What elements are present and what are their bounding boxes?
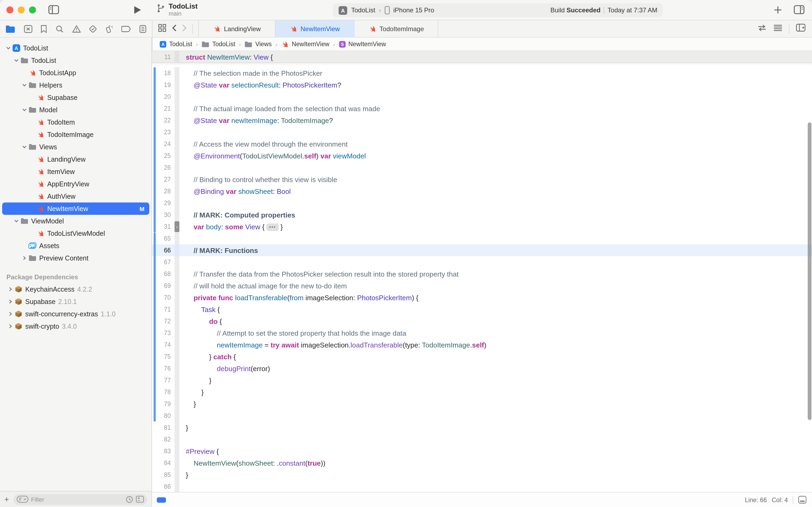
toggle-bottom-bar-icon[interactable] <box>798 496 807 504</box>
reports-navigator-tab[interactable] <box>139 24 147 33</box>
code-line-81[interactable]: 81} <box>152 421 812 434</box>
issues-navigator-tab[interactable] <box>72 24 81 33</box>
sidebar-item-helpers[interactable]: Helpers <box>2 79 149 91</box>
code-line-27[interactable]: 27 // Binding to control whether this vi… <box>152 173 812 185</box>
sidebar-item-views[interactable]: Views <box>2 141 149 153</box>
code-line-24[interactable]: 24 // Access the view model through the … <box>152 138 812 150</box>
minimize-button[interactable] <box>18 6 25 13</box>
editor-tab-todoitemimage[interactable]: TodoItemImage <box>354 20 438 37</box>
fold-ribbon[interactable] <box>175 303 179 315</box>
breakpoints-navigator-tab[interactable] <box>122 25 131 33</box>
bookmarks-navigator-tab[interactable] <box>41 24 48 33</box>
line-number[interactable]: 83 <box>152 448 175 454</box>
instruments-navigator-tab[interactable] <box>105 24 114 33</box>
code-line-65[interactable]: 65 <box>152 233 812 244</box>
adjust-editor-options-button[interactable] <box>773 24 782 34</box>
fold-ribbon[interactable] <box>175 374 179 386</box>
code-line-23[interactable]: 23 <box>152 126 812 138</box>
fold-marker-icon[interactable]: › <box>175 221 179 232</box>
sidebar-item-todoitem[interactable]: TodoItem <box>2 116 149 128</box>
fold-ribbon[interactable] <box>175 79 179 91</box>
code-line-28[interactable]: 28 @Binding var showSheet: Bool <box>152 185 812 197</box>
code-line-68[interactable]: 68 // Transfer the data from the PhotosP… <box>152 268 812 280</box>
run-button[interactable] <box>133 5 142 14</box>
fold-ribbon[interactable] <box>175 67 179 79</box>
fold-ribbon[interactable] <box>175 434 179 445</box>
fold-ribbon[interactable] <box>175 162 179 173</box>
breadcrumb-item-3[interactable]: NewItemView <box>281 40 329 48</box>
line-number[interactable]: 81 <box>152 424 175 431</box>
package-item-swift-crypto[interactable]: swift-crypto3.4.0 <box>2 320 149 332</box>
line-number[interactable]: 86 <box>152 484 175 490</box>
fold-ribbon[interactable] <box>175 138 179 150</box>
code-line-67[interactable]: 67 <box>152 256 812 268</box>
code-line-21[interactable]: 21 // The actual image loaded from the s… <box>152 103 812 114</box>
close-button[interactable] <box>6 6 13 13</box>
fold-ribbon[interactable] <box>175 197 179 209</box>
code-line-30[interactable]: 30 // MARK: Computed properties <box>152 209 812 221</box>
sidebar-item-model[interactable]: Model <box>2 104 149 116</box>
fold-ribbon[interactable] <box>175 398 179 410</box>
fold-ribbon[interactable] <box>175 173 179 185</box>
fold-ribbon[interactable] <box>175 233 179 244</box>
code-line-79[interactable]: 79 } <box>152 398 812 410</box>
fold-ribbon[interactable] <box>175 268 179 280</box>
source-control-navigator-tab[interactable] <box>23 24 33 33</box>
chevron-right-icon[interactable] <box>20 256 28 261</box>
code-line-18[interactable]: 18 // The selection made in the PhotosPi… <box>152 67 812 79</box>
sidebar-item-appentryview[interactable]: AppEntryView <box>2 178 149 190</box>
fold-ribbon[interactable] <box>175 126 179 138</box>
chevron-right-icon[interactable] <box>6 312 14 316</box>
folded-code-ellipsis[interactable]: ••• <box>267 223 279 231</box>
zoom-button[interactable] <box>29 6 36 13</box>
fold-ribbon[interactable] <box>175 469 179 481</box>
sidebar-item-supabase[interactable]: Supabase <box>2 91 149 104</box>
sidebar-item-todolistviewmodel[interactable]: TodoListViewModel <box>2 227 149 239</box>
chevron-down-icon[interactable] <box>12 58 20 63</box>
code-line-85[interactable]: 85} <box>152 469 812 481</box>
code-line-75[interactable]: 75 } catch { <box>152 351 812 362</box>
sidebar-item-assets[interactable]: Assets <box>2 239 149 252</box>
fold-ribbon[interactable] <box>175 410 179 421</box>
find-navigator-tab[interactable] <box>55 24 64 33</box>
code-line-86[interactable]: 86 <box>152 481 812 492</box>
fold-ribbon[interactable] <box>175 327 179 339</box>
fold-ribbon[interactable] <box>175 292 179 303</box>
fold-ribbon[interactable]: › <box>175 221 179 233</box>
code-line-74[interactable]: 74 newItemImage = try await imageSelecti… <box>152 339 812 351</box>
chevron-down-icon[interactable] <box>20 83 28 88</box>
code-line-26[interactable]: 26 <box>152 162 812 173</box>
breakpoint-indicator[interactable] <box>157 497 166 502</box>
sidebar-item-itemview[interactable]: ItemView <box>2 165 149 178</box>
line-number[interactable]: 82 <box>152 436 175 443</box>
code-line-80[interactable]: 80 <box>152 410 812 421</box>
fold-ribbon[interactable] <box>175 244 179 256</box>
editor-tab-newitemview[interactable]: NewItemView <box>275 20 354 37</box>
fold-ribbon[interactable] <box>175 421 179 434</box>
activity-view[interactable]: Build Succeeded Today at 7:37 AM <box>550 6 657 14</box>
code-line-29[interactable]: 29 <box>152 197 812 209</box>
chevron-down-icon[interactable] <box>20 145 28 149</box>
line-number[interactable]: 85 <box>152 471 175 478</box>
code-line-22[interactable]: 22 @State var newItemImage: TodoItemImag… <box>152 114 812 126</box>
fold-ribbon[interactable] <box>175 91 179 103</box>
package-item-swift-concurrency-extras[interactable]: swift-concurrency-extras1.1.0 <box>2 308 149 320</box>
line-number[interactable]: 11 <box>152 54 175 60</box>
breadcrumb-item-1[interactable]: TodoList <box>201 41 235 48</box>
source-control-filter-icon[interactable] <box>136 496 144 503</box>
code-line-76[interactable]: 76 debugPrint(error) <box>152 362 812 374</box>
scheme-name[interactable]: TodoList <box>351 6 375 14</box>
chevron-right-icon[interactable] <box>6 324 14 329</box>
code-line-20[interactable]: 20 <box>152 91 812 103</box>
fold-ribbon[interactable] <box>175 280 179 292</box>
code-line-11[interactable]: 11struct NewItemView: View { <box>152 51 812 63</box>
chevron-right-icon[interactable] <box>6 299 14 304</box>
fold-ribbon[interactable] <box>175 51 179 63</box>
scheme-bar[interactable]: A TodoList › iPhone 15 Pro Build Succeed… <box>333 3 663 17</box>
go-back-button[interactable] <box>172 24 177 34</box>
fold-ribbon[interactable] <box>175 481 179 492</box>
go-forward-button[interactable] <box>182 24 187 34</box>
code-line-82[interactable]: 82 <box>152 434 812 445</box>
code-line-69[interactable]: 69 // will hold the actual image for the… <box>152 280 812 292</box>
source-editor[interactable]: 11struct NewItemView: View { 18 // The s… <box>152 51 812 492</box>
